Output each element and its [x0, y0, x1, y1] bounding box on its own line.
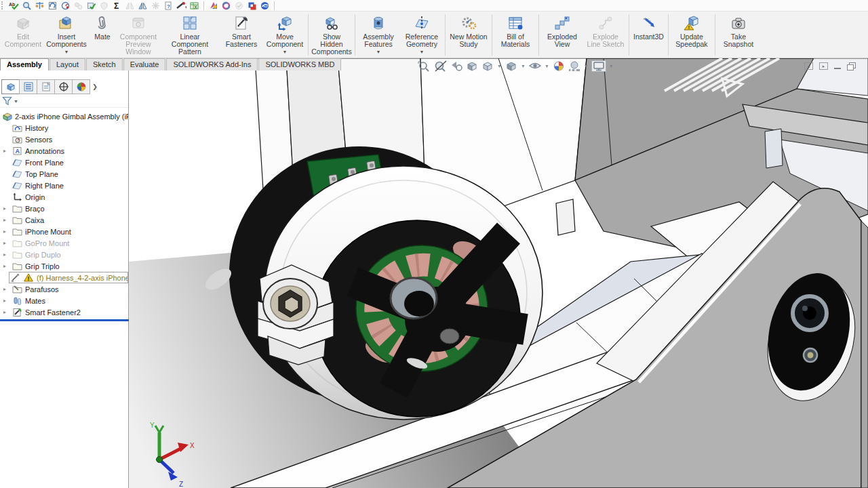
measure-icon[interactable] — [35, 1, 45, 10]
tree-item-mates[interactable]: ▸ Mates — [0, 295, 128, 306]
tab-assembly[interactable]: Assembly — [0, 58, 49, 70]
measure-units-icon[interactable]: ▾ — [176, 1, 186, 10]
export-excel-icon[interactable]: X — [189, 1, 199, 10]
collapse-pane-left-icon[interactable]: ◂ — [804, 62, 813, 70]
update-speedpak-button[interactable]: ! Update Speedpak — [670, 13, 713, 57]
linear-component-pattern-button[interactable]: Linear Component Pattern ▼ — [160, 13, 220, 57]
verification-check-icon[interactable] — [86, 1, 96, 10]
tree-item-sensors[interactable]: Sensors — [0, 134, 128, 145]
apply-scene-icon[interactable] — [568, 60, 581, 72]
tree-item-gopro-mount[interactable]: ▸ GoPro Mount — [0, 237, 128, 249]
zoom-to-area-icon[interactable] — [433, 60, 448, 72]
spell-checker-icon[interactable]: Ab — [9, 1, 19, 10]
propertymanager-tab[interactable] — [19, 79, 37, 94]
filter-funnel-icon[interactable] — [2, 96, 12, 106]
color-swatch-icon[interactable] — [247, 1, 257, 10]
insert-components-button[interactable]: Insert Components ▼ — [45, 13, 88, 57]
tree-item-right-plane[interactable]: Right Plane — [0, 180, 128, 191]
dropdown-caret[interactable]: ▼ — [420, 49, 425, 54]
hide-show-items-icon[interactable] — [528, 60, 542, 72]
tab-solidworks-mbd[interactable]: SOLIDWORKS MBD — [258, 58, 341, 70]
restore-window-icon[interactable] — [847, 62, 855, 70]
tree-item-iphone-mount[interactable]: ▸ iPhone Mount — [0, 226, 128, 237]
reference-geometry-button[interactable]: Reference Geometry ▼ — [400, 13, 443, 57]
configurationmanager-tab[interactable] — [37, 79, 55, 94]
expand-arrow-icon[interactable]: ▸ — [3, 228, 12, 235]
clamp-bracket[interactable] — [258, 265, 334, 365]
zoom-previous-icon[interactable] — [22, 1, 32, 10]
rollback-bar[interactable] — [0, 319, 129, 321]
tree-item-top-plane[interactable]: Top Plane — [0, 168, 128, 180]
dropdown-caret[interactable]: ▼ — [584, 64, 589, 68]
photoview-preview-icon[interactable] — [221, 1, 231, 10]
edit-appearance-icon[interactable] — [552, 60, 566, 72]
display-style-icon[interactable] — [505, 60, 518, 72]
dimxpertmanager-tab[interactable] — [54, 79, 73, 94]
equations-icon[interactable]: Σ — [112, 1, 122, 10]
previous-view-icon[interactable] — [450, 60, 463, 72]
graphics-viewport[interactable]: X Y Z — [129, 58, 868, 488]
render-tools-icon[interactable] — [208, 1, 218, 10]
mirror-components-icon[interactable] — [138, 1, 148, 10]
tree-item-harness[interactable]: ! (f) Harness_4-2-axis iPhone Gimb — [0, 272, 128, 283]
zoom-to-fit-icon[interactable] — [417, 60, 431, 72]
displaymanager-tab[interactable] — [72, 79, 90, 94]
tree-item-history[interactable]: History — [0, 122, 128, 134]
tree-item-caixa[interactable]: ▸ Caixa — [0, 214, 128, 226]
view-settings-button[interactable] — [591, 60, 606, 72]
tree-item-parafusos[interactable]: ▸ Parafusos — [0, 283, 128, 295]
expand-arrow-icon[interactable]: ▸ — [3, 251, 12, 258]
exploded-view-button[interactable]: Exploded View — [540, 13, 584, 57]
tree-root-assembly[interactable]: 2-axis iPhone Gimbal Assembly (iPhone - — [0, 110, 128, 122]
show-hidden-components-button[interactable]: Show Hidden Components — [310, 13, 353, 57]
tree-item-origin[interactable]: Origin — [0, 191, 128, 203]
view-orientation-icon[interactable] — [481, 60, 494, 72]
rotate-view-icon[interactable] — [47, 1, 58, 10]
featuremanager-design-tree-tab[interactable] — [1, 79, 20, 94]
dropdown-caret[interactable]: ▼ — [283, 49, 288, 54]
expand-arrow-icon[interactable]: ▸ — [3, 298, 12, 304]
minimize-icon[interactable] — [834, 68, 841, 69]
tree-item-braco[interactable]: ▸ Braço — [0, 203, 128, 214]
instant3d-button[interactable]: Instant3D — [631, 13, 667, 57]
dropdown-caret[interactable]: ▼ — [545, 64, 549, 68]
section-view-icon[interactable] — [465, 60, 479, 72]
expand-arrow-icon[interactable]: ▸ — [3, 205, 12, 211]
hex-bolt[interactable] — [263, 279, 317, 329]
tree-item-annotations[interactable]: ▸ A Annotations — [0, 145, 128, 157]
dropdown-caret[interactable]: ▼ — [609, 64, 614, 68]
expand-arrow-icon[interactable]: ▸ — [3, 148, 12, 154]
expand-arrow-icon[interactable]: ▸ — [3, 240, 12, 246]
performance-evaluation-icon[interactable] — [60, 1, 71, 10]
dropdown-caret[interactable]: ▼ — [376, 49, 381, 54]
tree-item-front-plane[interactable]: Front Plane — [0, 157, 128, 168]
new-motion-study-button[interactable]: New Motion Study — [447, 13, 490, 57]
tab-sketch[interactable]: Sketch — [86, 58, 123, 70]
bill-of-materials-button[interactable]: Bill of Materials — [494, 13, 537, 57]
plane-icon — [12, 158, 22, 167]
tab-layout[interactable]: Layout — [50, 58, 85, 70]
filter-dropdown-caret[interactable]: ▼ — [14, 99, 18, 104]
collapse-pane-right-icon[interactable]: ▸ — [819, 62, 828, 70]
assembly-features-button[interactable]: Assembly Features ▼ — [357, 13, 400, 57]
tree-item-grip-duplo[interactable]: ▸ Grip Duplo — [0, 249, 128, 260]
expand-arrow-icon[interactable]: ▸ — [3, 309, 12, 315]
file-properties-icon[interactable]: ? — [163, 1, 174, 10]
smart-fasteners-button[interactable]: Smart Fasteners — [220, 13, 263, 57]
take-snapshot-button[interactable]: Take Snapshot — [717, 13, 760, 57]
tab-evaluate[interactable]: Evaluate — [123, 58, 166, 70]
toolbar-grip[interactable] — [1, 1, 4, 9]
expand-arrow-icon[interactable]: ▸ — [3, 217, 12, 223]
panel-tab-overflow-chevron[interactable]: ❯ — [90, 79, 100, 94]
dropdown-caret[interactable]: ▼ — [64, 49, 69, 54]
tree-item-smart-fastener2[interactable]: ▸ Smart Fastener2 — [0, 306, 128, 318]
mate-button[interactable]: Mate — [88, 13, 117, 57]
expand-arrow-icon[interactable]: ▸ — [3, 286, 12, 292]
tree-item-grip-triplo[interactable]: ▸ Grip Triplo — [0, 260, 128, 272]
dropdown-caret[interactable]: ▼ — [521, 64, 526, 68]
edrawings-icon[interactable] — [260, 1, 270, 10]
dropdown-caret[interactable]: ▼ — [497, 64, 502, 68]
tab-solidworks-add-ins[interactable]: SOLIDWORKS Add-Ins — [166, 58, 258, 70]
move-component-button[interactable]: Move Component ▼ — [263, 13, 307, 57]
expand-arrow-icon[interactable]: ▸ — [3, 263, 12, 269]
